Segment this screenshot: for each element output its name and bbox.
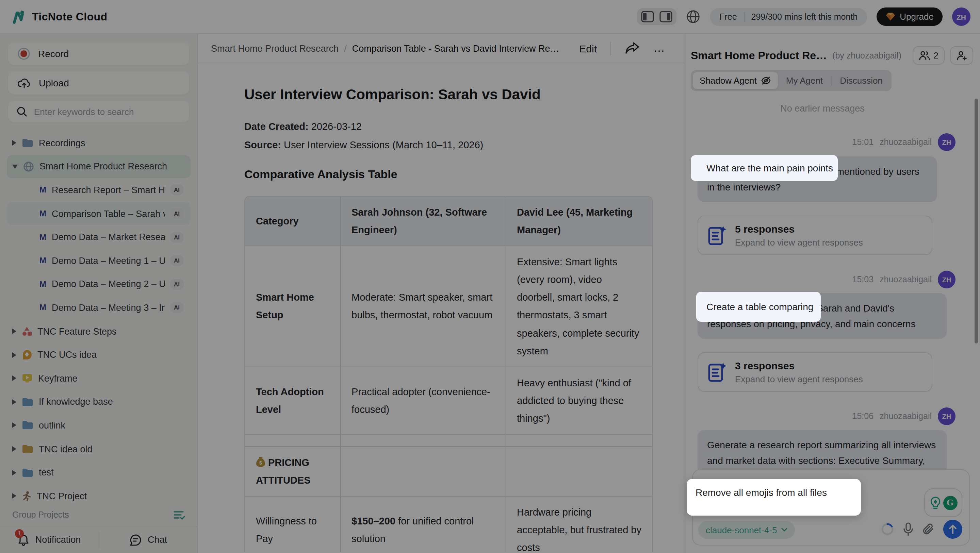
- spotlight-composer-input[interactable]: Remove all emojis from all files: [687, 479, 861, 516]
- app-window: TicNote Cloud Free 299/300 mins left thi…: [0, 0, 980, 553]
- dim-overlay: [0, 0, 980, 553]
- spotlight-highlight-1: What are the main pain points: [691, 155, 838, 181]
- spotlight-highlight-2: Create a table comparing: [696, 292, 821, 322]
